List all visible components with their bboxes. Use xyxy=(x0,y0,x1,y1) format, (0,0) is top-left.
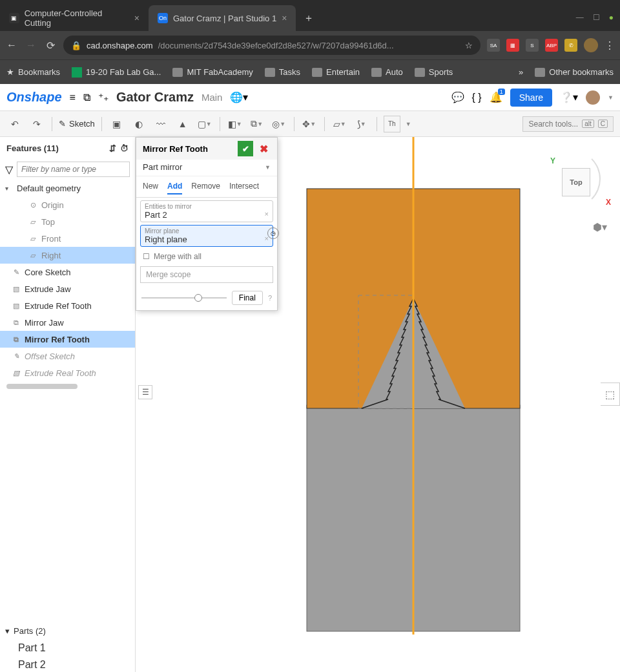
final-button[interactable]: Final xyxy=(232,291,263,305)
tree-item[interactable]: ✎Offset Sketch xyxy=(0,348,135,364)
url-input[interactable]: 🔒 cad.onshape.com/documents/2d7543de39ef… xyxy=(63,36,480,55)
tree-item[interactable]: ✎Core Sketch xyxy=(0,264,135,280)
merge-all-checkbox[interactable]: ☐Merge with all xyxy=(136,249,277,264)
braces-icon[interactable]: { } xyxy=(472,92,482,103)
plane-icon[interactable]: ▱▼ xyxy=(331,116,348,132)
mirror-type-select[interactable]: Part mirror▼ xyxy=(136,160,277,176)
tool-dropdown[interactable]: ▢▼ xyxy=(196,116,213,132)
forward-icon[interactable]: → xyxy=(25,39,37,52)
viewcube-face-top[interactable]: Top xyxy=(562,168,590,196)
display-mode-icon[interactable]: ⬢▾ xyxy=(593,221,607,233)
tab-remove[interactable]: Remove xyxy=(191,179,220,194)
comment-icon[interactable]: 💬 xyxy=(451,91,464,103)
close-icon[interactable]: × xyxy=(134,13,140,23)
close-icon[interactable]: × xyxy=(282,13,287,23)
tree-item[interactable]: ▧Extrude Real Tooth xyxy=(0,364,135,381)
close-window-icon[interactable]: ● xyxy=(609,13,614,22)
tree-item[interactable]: ⧉Mirror Jaw xyxy=(0,314,135,331)
extrude-icon[interactable]: ▣ xyxy=(108,116,125,132)
fillet-icon[interactable]: ◧▼ xyxy=(227,116,243,132)
back-icon[interactable]: ← xyxy=(5,39,18,52)
browser-tab[interactable]: On Gator Cramz | Part Studio 1 × xyxy=(149,5,296,31)
menu-icon[interactable]: ≡ xyxy=(70,92,76,103)
rollback-icon[interactable]: ⇵ xyxy=(109,143,116,153)
bookmark-item[interactable]: Tasks xyxy=(265,67,300,77)
tab-add[interactable]: Add xyxy=(167,179,182,194)
curve-icon[interactable]: ⟆▼ xyxy=(353,116,370,132)
chevron-down-icon[interactable]: ▼ xyxy=(406,121,411,127)
reload-icon[interactable]: ⟳ xyxy=(44,39,57,52)
clear-icon[interactable]: × xyxy=(265,210,269,220)
sketch-button[interactable]: ✎Sketch xyxy=(59,119,95,129)
tree-item-front[interactable]: ▱Front xyxy=(0,230,135,247)
extension-icon[interactable]: ABP xyxy=(545,39,558,52)
chevron-down-icon[interactable]: ▼ xyxy=(608,94,614,101)
revolve-icon[interactable]: ◐ xyxy=(130,116,147,132)
tree-item[interactable]: ▧Extrude Ref Tooth xyxy=(0,297,135,314)
tree-item-top[interactable]: ▱Top xyxy=(0,213,135,230)
tab-intersect[interactable]: Intersect xyxy=(229,179,259,194)
history-icon[interactable]: ◷ xyxy=(267,227,279,239)
extension-icon[interactable]: S xyxy=(526,39,539,52)
bookmark-item[interactable]: MIT FabAcademy xyxy=(172,67,253,77)
transform-icon[interactable]: ✥▼ xyxy=(301,116,318,132)
isometric-icon[interactable]: ⬚ xyxy=(601,383,620,406)
tree-item[interactable]: ▧Extrude Jaw xyxy=(0,280,135,297)
search-tools-input[interactable]: Search tools... altC xyxy=(522,116,614,132)
thickness-button[interactable]: Th xyxy=(384,116,400,132)
tree-item-origin[interactable]: ⊙Origin xyxy=(0,196,135,213)
tree-icon[interactable]: ⧉ xyxy=(83,92,90,103)
bookmark-item[interactable]: 19-20 Fab Lab Ga... xyxy=(72,67,161,78)
extension-icon[interactable]: SA xyxy=(487,39,500,52)
profile-avatar[interactable] xyxy=(584,38,598,52)
mirror-plane-field[interactable]: ◷ Mirror plane Right plane× xyxy=(140,225,273,247)
tree-item-mirror-ref-tooth[interactable]: ⧉Mirror Ref Tooth xyxy=(0,331,135,348)
tree-group[interactable]: ▾Default geometry xyxy=(0,180,135,196)
filter-icon[interactable]: ▽ xyxy=(5,163,13,176)
user-avatar[interactable] xyxy=(586,90,600,105)
star-icon[interactable]: ☆ xyxy=(465,41,473,50)
document-title[interactable]: Gator Cramz xyxy=(116,90,194,105)
entities-field[interactable]: Entities to mirror Part 2× xyxy=(140,200,273,222)
loft-icon[interactable]: ▲ xyxy=(174,116,191,132)
bookmark-item[interactable]: ★Bookmarks xyxy=(6,67,60,77)
bookmark-item[interactable]: Auto xyxy=(371,67,403,77)
slider-thumb[interactable] xyxy=(194,294,202,302)
onshape-logo[interactable]: Onshape xyxy=(6,90,62,105)
confirm-button[interactable]: ✔ xyxy=(238,141,253,156)
pattern-icon[interactable]: ⧉▼ xyxy=(249,116,265,132)
part-item[interactable]: Part 1 xyxy=(0,640,135,656)
part-item[interactable]: Part 2 xyxy=(0,656,135,672)
bookmark-item[interactable]: Other bookmarks xyxy=(535,67,614,77)
collapse-panel-icon[interactable]: ☰ xyxy=(138,385,152,399)
view-cube[interactable]: Y Top X xyxy=(542,150,607,208)
bookmark-item[interactable]: Sports xyxy=(415,67,453,77)
new-tab-button[interactable]: ＋ xyxy=(300,9,318,27)
stopwatch-icon[interactable]: ⏱ xyxy=(120,143,129,153)
opacity-slider[interactable] xyxy=(141,297,227,299)
menu-icon[interactable]: ⋮ xyxy=(604,39,615,52)
tree-item-right[interactable]: ▱Right xyxy=(0,247,135,264)
notifications-icon[interactable]: 🔔1 xyxy=(490,91,502,103)
boolean-icon[interactable]: ◎▼ xyxy=(271,116,287,132)
tab-new[interactable]: New xyxy=(143,179,158,194)
undo-icon[interactable]: ↶ xyxy=(6,116,23,132)
minimize-icon[interactable]: — xyxy=(576,13,584,22)
share-button[interactable]: Share xyxy=(510,89,552,107)
browser-tab[interactable]: ▣ Computer-Controlled Cutting × xyxy=(0,5,149,31)
help-icon[interactable]: ❔▾ xyxy=(560,91,578,103)
maximize-icon[interactable]: ☐ xyxy=(593,13,600,22)
overflow-icon[interactable]: » xyxy=(519,67,523,77)
parts-header[interactable]: ▾Parts (2) xyxy=(0,622,135,640)
cancel-button[interactable]: ✖ xyxy=(257,143,271,155)
filter-input[interactable] xyxy=(17,162,130,177)
extension-icon[interactable]: ✆ xyxy=(564,39,577,52)
rollback-bar[interactable] xyxy=(6,384,78,389)
merge-scope-field[interactable]: Merge scope xyxy=(140,266,273,283)
sweep-icon[interactable]: 〰 xyxy=(152,116,169,132)
add-icon[interactable]: ⁺₊ xyxy=(98,91,108,103)
extension-icon[interactable]: ▦ xyxy=(506,39,519,52)
help-icon[interactable]: ? xyxy=(268,294,272,302)
bookmark-item[interactable]: Entertain xyxy=(312,67,360,77)
globe-icon[interactable]: 🌐▾ xyxy=(230,91,248,103)
